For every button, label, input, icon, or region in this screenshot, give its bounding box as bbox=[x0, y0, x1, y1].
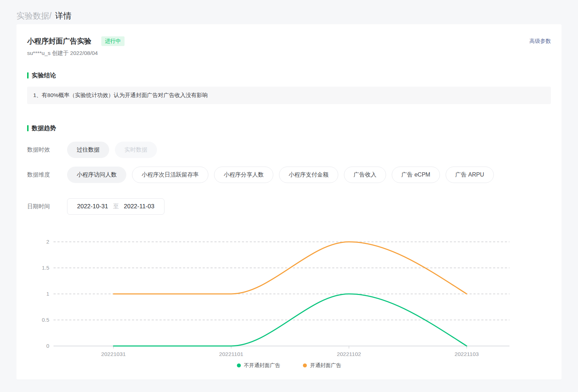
legend-dot-orange bbox=[303, 363, 307, 367]
date-separator: 至 bbox=[113, 203, 119, 210]
dimension-option-ad-ecpm[interactable]: 广告 eCPM bbox=[392, 167, 440, 183]
dimension-option-ad-arpu[interactable]: 广告 ARPU bbox=[446, 167, 494, 183]
y-tick-label: 1 bbox=[46, 291, 49, 297]
legend-dot-green bbox=[237, 363, 241, 367]
date-label: 日期时间 bbox=[27, 203, 67, 210]
breadcrumb-current: 详情 bbox=[55, 10, 71, 21]
card-header: 小程序封面广告实验 进行中 高级参数 bbox=[27, 36, 551, 46]
section-accent-bar bbox=[27, 125, 29, 131]
dimension-label: 数据维度 bbox=[27, 171, 67, 179]
dimension-option-payment[interactable]: 小程序支付金额 bbox=[279, 167, 338, 183]
dimension-option-visitors[interactable]: 小程序访问人数 bbox=[67, 167, 126, 183]
date-end[interactable]: 2022-11-03 bbox=[124, 203, 154, 210]
conclusion-item: 1、有80%概率（实验统计功效）认为开通封面广告对广告收入没有影响 bbox=[33, 92, 545, 99]
conclusion-section-header: 实验结论 bbox=[27, 71, 551, 80]
page: 实验数据/ 详情 小程序封面广告实验 进行中 高级参数 su****u_s 创建… bbox=[0, 0, 578, 392]
timeliness-label: 数据时效 bbox=[27, 146, 67, 154]
x-tick-label: 20221031 bbox=[101, 351, 126, 357]
legend-item-control[interactable]: 不开通封面广告 bbox=[237, 362, 280, 369]
status-badge: 进行中 bbox=[101, 36, 125, 46]
conclusion-section-title: 实验结论 bbox=[32, 71, 56, 80]
date-start[interactable]: 2022-10-31 bbox=[77, 203, 108, 210]
breadcrumb: 实验数据/ 详情 bbox=[0, 0, 578, 24]
timeliness-option-realtime[interactable]: 实时数据 bbox=[115, 142, 157, 158]
legend-label: 开通封面广告 bbox=[310, 362, 341, 369]
trend-section-header: 数据趋势 bbox=[27, 124, 551, 132]
x-tick-label: 20221103 bbox=[455, 351, 479, 357]
timeliness-option-past[interactable]: 过往数据 bbox=[67, 142, 109, 158]
dimension-option-ad-revenue[interactable]: 广告收入 bbox=[344, 167, 386, 183]
creator-line: su****u_s 创建于 2022/08/04 bbox=[27, 50, 551, 57]
dimension-row: 数据维度 小程序访问人数 小程序次日活跃留存率 小程序分享人数 小程序支付金额 … bbox=[27, 167, 551, 183]
trend-section-title: 数据趋势 bbox=[32, 124, 56, 132]
legend-label: 不开通封面广告 bbox=[244, 362, 280, 369]
date-range-picker[interactable]: 2022-10-31 至 2022-11-03 bbox=[67, 198, 164, 215]
experiment-title: 小程序封面广告实验 bbox=[27, 36, 91, 46]
x-tick-label: 20221101 bbox=[219, 351, 243, 357]
date-row: 日期时间 2022-10-31 至 2022-11-03 bbox=[27, 198, 551, 215]
timeliness-row: 数据时效 过往数据 实时数据 bbox=[27, 142, 551, 158]
trend-chart[interactable]: 2 1.5 1 0.5 0 20221031 20221101 20221102… bbox=[27, 225, 551, 369]
experiment-detail-card: 小程序封面广告实验 进行中 高级参数 su****u_s 创建于 2022/08… bbox=[16, 24, 562, 380]
x-tick-label: 20221102 bbox=[337, 351, 361, 357]
y-tick-label: 1.5 bbox=[42, 265, 49, 271]
chart-legend: 不开通封面广告 开通封面广告 bbox=[27, 362, 551, 369]
conclusion-box: 1、有80%概率（实验统计功效）认为开通封面广告对广告收入没有影响 bbox=[27, 87, 551, 104]
dimension-option-share[interactable]: 小程序分享人数 bbox=[214, 167, 273, 183]
y-tick-label: 0 bbox=[46, 343, 49, 349]
legend-item-treatment[interactable]: 开通封面广告 bbox=[303, 362, 341, 369]
chart-canvas: 2 1.5 1 0.5 0 20221031 20221101 20221102… bbox=[27, 225, 541, 358]
dimension-option-retention[interactable]: 小程序次日活跃留存率 bbox=[132, 167, 208, 183]
y-tick-label: 2 bbox=[46, 239, 49, 245]
y-tick-label: 0.5 bbox=[42, 317, 49, 323]
series-line-control bbox=[113, 294, 467, 346]
series-line-treatment bbox=[113, 242, 467, 294]
section-accent-bar bbox=[27, 72, 29, 78]
advanced-params-link[interactable]: 高级参数 bbox=[529, 38, 551, 45]
breadcrumb-parent[interactable]: 实验数据/ bbox=[16, 10, 51, 21]
